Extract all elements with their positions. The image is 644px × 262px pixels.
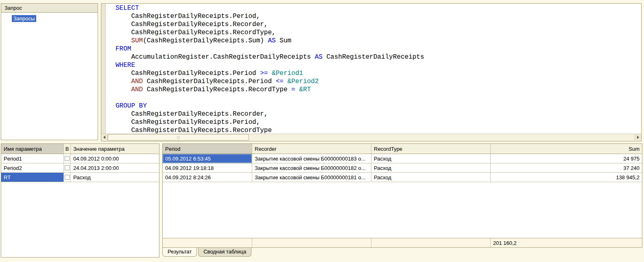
params-row: Period104.09.2012 0:00:00 (1, 154, 159, 163)
params-row: Period224.04.2013 2:00:00 (1, 163, 159, 173)
code-line: CashRegisterDailyReceipts.Period, (116, 118, 641, 126)
results-column-header: RecordType (371, 144, 491, 154)
code-line: FROM (116, 45, 641, 53)
code-line: CashRegisterDailyReceipts.RecordType (116, 126, 641, 134)
code-line: AND CashRegisterDailyReceipts.RecordType… (116, 86, 641, 94)
param-name-cell[interactable]: Period1 (1, 154, 64, 163)
params-column-header: Имя параметра (1, 144, 64, 154)
query-console-window: Запрос Запросы SELECT CashRegisterDailyR… (0, 0, 644, 262)
code-line: CashRegisterDailyReceipts.RecordType, (116, 29, 641, 37)
result-period-cell[interactable]: 04.09.2012 19:18:18 (163, 163, 252, 172)
params-header: Имя параметраВЗначение параметра (1, 144, 159, 154)
params-rows: Period104.09.2012 0:00:00Period224.04.20… (1, 154, 159, 182)
code-line: AND CashRegisterDailyReceipts.Period <= … (116, 77, 641, 86)
result-sum-cell[interactable]: 138 945,2 (491, 173, 642, 182)
tree-panel-title: Запрос (1, 4, 98, 13)
scrollbar-grip-icon (177, 136, 180, 139)
tree-body: Запросы (1, 13, 98, 22)
code-line: AccumulationRegister.CashRegisterDailyRe… (116, 53, 641, 61)
params-column-header: Значение параметра (71, 144, 159, 154)
query-tree-panel: Запрос Запросы (1, 3, 98, 140)
code-line: CashRegisterDailyReceipts.Recorder, (116, 110, 641, 118)
param-use-checkbox[interactable] (65, 156, 70, 161)
result-recordtype-cell[interactable]: Расход (371, 154, 491, 163)
totals-cell-recorder (252, 238, 371, 247)
code-line: SUM(CashRegisterDailyReceipts.Sum) AS Su… (116, 37, 641, 45)
tree-item-queries[interactable]: Запросы (12, 15, 36, 22)
totals-cell-period (163, 238, 252, 247)
results-row: 04.09.2012 8:24:26Закрытие кассовой смен… (163, 173, 642, 182)
results-row: 04.09.2012 19:18:18Закрытие кассовой сме… (163, 163, 642, 173)
result-sum-cell[interactable]: 37 240 (491, 163, 642, 172)
result-recorder-cell[interactable]: Закрытие кассовой смены Б00000000181 о..… (252, 173, 371, 182)
results-column-header: Period (163, 144, 252, 154)
results-row: 05.09.2012 6:53:45Закрытие кассовой смен… (163, 154, 642, 163)
param-use-checkbox[interactable] (65, 175, 70, 180)
result-period-cell[interactable]: 04.09.2012 8:24:26 (163, 173, 252, 182)
sql-code[interactable]: SELECT CashRegisterDailyReceipts.Period,… (106, 4, 641, 134)
code-line: SELECT (116, 4, 641, 12)
code-line (116, 94, 641, 102)
editor-gutter (101, 4, 106, 134)
results-column-header: Sum (491, 144, 642, 154)
scroll-left-button[interactable] (101, 134, 108, 141)
results-panel: PeriodRecorderRecordTypeSum 05.09.2012 6… (162, 143, 642, 248)
code-line: CashRegisterDailyReceipts.Period >= &Per… (116, 69, 641, 77)
param-use-cell (64, 154, 71, 163)
params-column-header: В (64, 144, 71, 154)
parameters-panel: Имя параметраВЗначение параметра Period1… (1, 143, 159, 258)
code-line: GROUP BY (116, 102, 641, 110)
code-line: WHERE (116, 61, 641, 69)
result-period-cell[interactable]: 05.09.2012 6:53:45 (163, 154, 252, 163)
params-row: RTРасход (1, 173, 159, 182)
param-value-cell[interactable]: 24.04.2013 2:00:00 (71, 163, 159, 172)
scrollbar-thumb[interactable] (108, 134, 249, 141)
sql-editor-panel: SELECT CashRegisterDailyReceipts.Period,… (101, 3, 642, 141)
code-line: CashRegisterDailyReceipts.Period, (116, 12, 641, 20)
result-sum-cell[interactable]: 24 975 (491, 154, 642, 163)
results-column-header: Recorder (252, 144, 371, 154)
param-use-cell (64, 163, 71, 172)
totals-cell-sum: 201 160,2 (491, 238, 642, 247)
results-rows: 05.09.2012 6:53:45Закрытие кассовой смен… (163, 154, 642, 182)
scroll-left-icon (103, 136, 105, 139)
tab-pivot-table[interactable]: Сводная таблица (198, 248, 251, 257)
editor-horizontal-scrollbar[interactable] (101, 134, 641, 141)
scroll-right-button[interactable] (635, 134, 641, 141)
param-use-cell (64, 173, 71, 182)
results-header: PeriodRecorderRecordTypeSum (163, 144, 642, 154)
totals-cell-recordtype (371, 238, 491, 247)
result-recordtype-cell[interactable]: Расход (371, 173, 491, 182)
param-value-cell[interactable]: Расход (71, 173, 159, 182)
result-tabs: Результат Сводная таблица (162, 248, 251, 257)
tab-result[interactable]: Результат (162, 248, 197, 257)
param-name-cell[interactable]: Period2 (1, 163, 64, 172)
scroll-right-icon (637, 136, 639, 139)
param-name-cell[interactable]: RT (1, 173, 64, 182)
param-use-checkbox[interactable] (65, 165, 70, 170)
code-line: CashRegisterDailyReceipts.Recorder, (116, 20, 641, 29)
result-recorder-cell[interactable]: Закрытие кассовой смены Б00000000183 о..… (252, 154, 371, 163)
result-recordtype-cell[interactable]: Расход (371, 163, 491, 172)
param-value-cell[interactable]: 04.09.2012 0:00:00 (71, 154, 159, 163)
result-recorder-cell[interactable]: Закрытие кассовой смены Б00000000182 о..… (252, 163, 371, 172)
results-totals-row: 201 160,2 (163, 238, 642, 247)
